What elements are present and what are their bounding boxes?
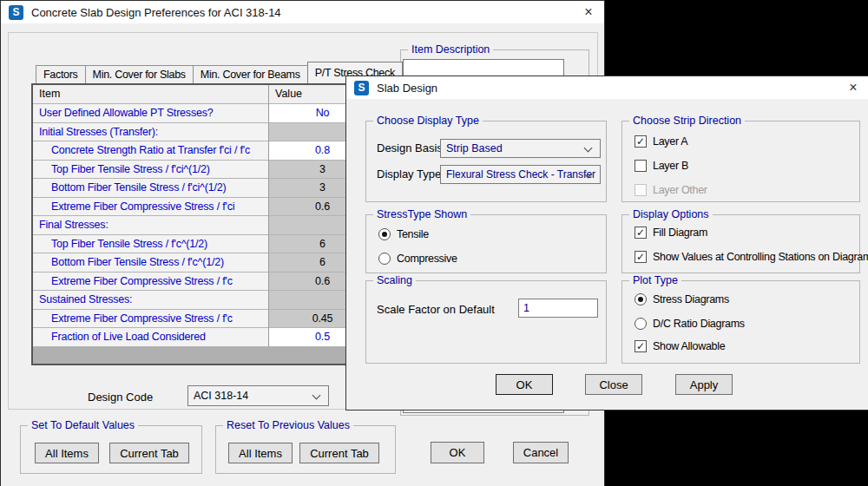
prefs-titlebar: S Concrete Slab Design Preferences for A… xyxy=(1,1,604,23)
checkbox-label: Layer Other xyxy=(653,184,707,196)
checkbox-layer-a[interactable]: ✓Layer A xyxy=(635,135,687,148)
radio-tensile[interactable]: Tensile xyxy=(378,228,429,240)
set-defaults-label: Set To Default Values xyxy=(28,419,138,432)
prefs-title: Concrete Slab Design Preferences for ACI… xyxy=(31,6,281,19)
display-options-label: Display Options xyxy=(629,208,713,221)
table-header-row: Item Value xyxy=(33,85,376,104)
design-code-label: Design Code xyxy=(88,391,153,404)
checkbox-icon xyxy=(635,184,647,196)
design-code-select[interactable]: ACI 318-14 xyxy=(187,385,329,406)
scaling-label: Scaling xyxy=(373,274,416,287)
radio-label: Tensile xyxy=(397,228,429,240)
table-row: Sustained Stresses: xyxy=(33,291,376,310)
plot-type-group: Plot Type Stress DiagramsD/C Ratio Diagr… xyxy=(621,280,860,364)
checkbox-show-allowable[interactable]: ✓Show Allowable xyxy=(635,340,725,352)
slab-design-dialog: S Slab Design × Choose Display Type Desi… xyxy=(345,76,868,410)
reset-previous-current-tab-button[interactable]: Current Tab xyxy=(299,443,379,463)
reset-previous-all-items-button[interactable]: All Items xyxy=(228,443,293,463)
scale-factor-label: Scale Factor on Default xyxy=(377,303,495,316)
item-cell: Top Fiber Tensile Stress / f'c^(1/2) xyxy=(33,235,269,254)
set-defaults-current-tab-button[interactable]: Current Tab xyxy=(109,443,189,463)
slab-apply-button[interactable]: Apply xyxy=(675,374,733,395)
checkbox-icon: ✓ xyxy=(635,340,647,352)
checkbox-fill-diagram[interactable]: ✓Fill Diagram xyxy=(635,227,707,239)
choose-strip-direction-group: Choose Strip Direction ✓Layer ALayer BLa… xyxy=(621,121,860,202)
table-row: Extreme Fiber Compressive Stress / f'c0.… xyxy=(33,310,376,329)
close-icon[interactable]: × xyxy=(843,78,864,97)
tab-factors[interactable]: Factors xyxy=(36,65,86,83)
tab-min-cover-for-beams[interactable]: Min. Cover for Beams xyxy=(193,65,308,83)
radio-stress-diagrams[interactable]: Stress Diagrams xyxy=(635,293,729,305)
item-cell: Sustained Stresses: xyxy=(33,291,269,310)
stress-type-group: StressType Shown TensileCompressive xyxy=(365,214,607,273)
scale-factor-input[interactable]: 1 xyxy=(518,299,598,318)
slab-titlebar: S Slab Design × xyxy=(346,76,868,99)
checkbox-layer-b[interactable]: Layer B xyxy=(635,160,688,172)
tab-min-cover-for-slabs[interactable]: Min. Cover for Slabs xyxy=(85,65,194,83)
table-row: Initial Stresses (Transfer): xyxy=(33,123,376,142)
pt-stress-check-table: Item Value User Defined Allowable PT Str… xyxy=(31,83,378,365)
display-type-label: Display Type xyxy=(377,167,441,181)
table-row: Bottom Fiber Tensile Stress / f'ci^(1/2)… xyxy=(33,179,376,198)
display-type-value: Flexural Stress Check - Transfer xyxy=(446,168,595,181)
app-icon: S xyxy=(354,81,369,95)
item-cell: Concrete Strength Ratio at Transfer f'ci… xyxy=(33,141,269,161)
item-cell: Bottom Fiber Tensile Stress / f'c^(1/2) xyxy=(33,253,269,273)
radio-compressive[interactable]: Compressive xyxy=(378,253,457,265)
scaling-group: Scaling Scale Factor on Default 1 xyxy=(365,280,607,364)
close-icon[interactable]: × xyxy=(578,3,599,22)
choose-display-type-group: Choose Display Type Design Basis Strip B… xyxy=(365,121,607,202)
design-code-value: ACI 318-14 xyxy=(194,390,248,402)
reset-previous-group: Reset To Previous Values All Items Curre… xyxy=(215,425,396,474)
slab-ok-button[interactable]: OK xyxy=(496,374,553,395)
design-basis-value: Strip Based xyxy=(446,142,503,154)
reset-previous-label: Reset To Previous Values xyxy=(223,419,353,432)
item-cell: Fraction of Live Load Considered xyxy=(33,328,269,347)
table-row: Bottom Fiber Tensile Stress / f'c^(1/2)6 xyxy=(33,253,376,273)
design-basis-select[interactable]: Strip Based xyxy=(440,139,601,158)
item-cell: Extreme Fiber Compressive Stress / f'c xyxy=(33,310,269,329)
display-options-group: Display Options ✓Fill Diagram✓Show Value… xyxy=(621,214,860,273)
item-cell: User Defined Allowable PT Stresses? xyxy=(33,104,269,123)
set-defaults-all-items-button[interactable]: All Items xyxy=(35,443,99,463)
table-row: Top Fiber Tensile Stress / f'c^(1/2)6 xyxy=(33,235,376,254)
choose-strip-direction-label: Choose Strip Direction xyxy=(629,115,745,128)
chevron-down-icon xyxy=(584,144,593,153)
checkbox-show-values-at-controlling-stations-on-diagram[interactable]: ✓Show Values at Controlling Stations on … xyxy=(635,251,868,263)
slab-close-button[interactable]: Close xyxy=(585,374,642,395)
radio-label: Stress Diagrams xyxy=(653,293,729,305)
prefs-cancel-button[interactable]: Cancel xyxy=(513,442,569,463)
item-cell: Top Fiber Tensile Stress / f'ci^(1/2) xyxy=(33,161,269,180)
checkbox-layer-other: Layer Other xyxy=(635,184,707,196)
checkbox-label: Fill Diagram xyxy=(653,227,707,239)
radio-icon xyxy=(378,253,391,265)
table-row: Concrete Strength Ratio at Transfer f'ci… xyxy=(33,141,376,161)
checkbox-label: Layer B xyxy=(653,160,688,172)
item-description-label: Item Description xyxy=(408,43,493,56)
table-header-item: Item xyxy=(33,85,269,104)
checkbox-label: Layer A xyxy=(653,135,687,148)
display-type-select[interactable]: Flexural Stress Check - Transfer xyxy=(440,165,601,184)
item-cell: Bottom Fiber Tensile Stress / f'ci^(1/2) xyxy=(33,179,269,198)
stress-type-label: StressType Shown xyxy=(373,208,470,221)
checkbox-icon: ✓ xyxy=(635,251,647,263)
prefs-ok-button[interactable]: OK xyxy=(431,442,484,463)
checkbox-icon: ✓ xyxy=(635,135,647,148)
radio-icon xyxy=(378,228,391,240)
plot-type-label: Plot Type xyxy=(629,274,681,287)
app-icon: S xyxy=(9,5,23,20)
radio-icon xyxy=(635,293,647,305)
table-row: User Defined Allowable PT Stresses?No xyxy=(33,104,376,123)
set-defaults-group: Set To Default Values All Items Current … xyxy=(20,425,202,474)
radio-label: Compressive xyxy=(397,253,457,265)
item-cell: Initial Stresses (Transfer): xyxy=(33,123,269,142)
checkbox-icon: ✓ xyxy=(635,227,647,239)
table-row: Fraction of Live Load Considered0.5 xyxy=(33,328,376,347)
table-filler-row xyxy=(33,347,376,364)
radio-d-c-ratio-diagrams[interactable]: D/C Ratio Diagrams xyxy=(635,318,745,330)
choose-display-type-label: Choose Display Type xyxy=(373,115,483,128)
slab-title: Slab Design xyxy=(377,82,437,95)
item-cell: Final Stresses: xyxy=(33,216,269,235)
design-basis-label: Design Basis xyxy=(377,141,443,154)
table-row: Final Stresses: xyxy=(33,216,376,235)
